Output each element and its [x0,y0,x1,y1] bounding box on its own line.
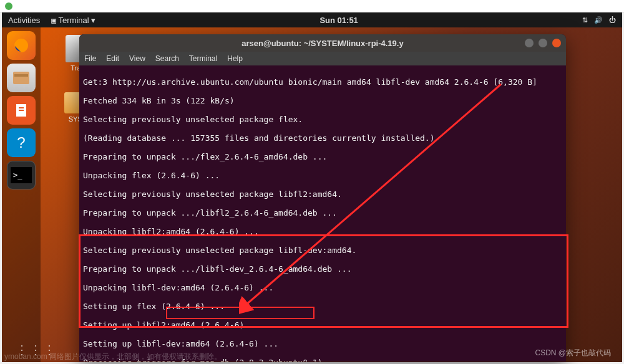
output-line: (Reading database ... 157355 files and d… [83,133,562,143]
chevron-down-icon: ▾ [91,16,95,25]
footer-notice: ymoban.com 网络图片仅供显示，北部侧，如有侵权请联系删除。 [4,352,222,362]
terminal-title: arsen@ubuntu: ~/SYSTEM/linux-rpi-4.19.y [84,39,561,48]
help-icon[interactable]: ? [7,128,36,157]
reload-icon [5,2,12,10]
firefox-icon[interactable] [7,31,36,60]
close-icon[interactable] [552,39,561,47]
output-line: Unpacking flex (2.6.4-6) ... [83,171,562,180]
terminal-window: arsen@ubuntu: ~/SYSTEM/linux-rpi-4.19.y … [79,34,566,362]
output-line: Selecting previously unselected package … [83,115,562,124]
menu-edit[interactable]: Edit [106,54,119,63]
activities-button[interactable]: Activities [8,16,40,25]
output-line: Setting up libfl2:amd64 (2.6.4-6) ... [83,320,562,330]
output-line: Selecting previously unselected package … [83,189,562,199]
menu-view[interactable]: View [129,54,145,63]
host-browser-chrome [0,0,624,12]
software-icon[interactable] [7,96,36,125]
output-line: Preparing to unpack .../libfl2_2.6.4-6_a… [83,208,562,218]
minimize-icon[interactable] [525,39,534,47]
watermark: CSDN @索子也敲代码 [535,348,611,358]
output-line: Unpacking libfl2:amd64 (2.6.4-6) ... [83,227,562,236]
output-line: Selecting previously unselected package … [83,246,562,255]
ubuntu-dock: ? >_ [2,27,41,362]
clock[interactable]: Sun 01:51 [95,16,582,25]
maximize-icon[interactable] [539,39,547,47]
output-line: Preparing to unpack .../libfl-dev_2.6.4-… [83,264,562,274]
output-line: Preparing to unpack .../flex_2.6.4-6_amd… [83,152,562,161]
output-line: Setting up libfl-dev:amd64 (2.6.4-6) ... [83,339,562,348]
menu-terminal[interactable]: Terminal [189,54,217,63]
menu-search[interactable]: Search [155,54,179,63]
terminal-glyph: >_ [11,167,32,183]
menu-file[interactable]: File [84,54,96,63]
output-line: Unpacking libfl-dev:amd64 (2.6.4-6) ... [83,283,562,292]
terminal-menubar: File Edit View Search Terminal Help [79,52,566,65]
files-icon[interactable] [7,64,36,92]
ubuntu-desktop: Activities ▣ Terminal ▾ Sun 01:51 ⇅ 🔊 ⏻ … [2,12,622,362]
output-line: Get:3 http://us.archive.ubuntu.com/ubunt… [83,77,562,87]
terminal-app-indicator[interactable]: ▣ Terminal ▾ [51,16,95,25]
output-line: Setting up flex (2.6.4-6) ... [83,302,562,311]
svg-rect-2 [14,74,28,77]
terminal-icon: ▣ [51,16,56,25]
terminal-app-label: Terminal [59,16,89,25]
menu-help[interactable]: Help [227,54,243,63]
terminal-output[interactable]: Get:3 http://us.archive.ubuntu.com/ubunt… [79,65,566,362]
output-line: Fetched 334 kB in 3s (122 kB/s) [83,96,562,105]
network-icon[interactable]: ⇅ [582,16,588,24]
gnome-topbar: Activities ▣ Terminal ▾ Sun 01:51 ⇅ 🔊 ⏻ [2,12,622,27]
svg-rect-1 [13,72,29,84]
terminal-launcher-icon[interactable]: >_ [7,161,36,189]
sound-icon[interactable]: 🔊 [594,16,603,24]
power-icon[interactable]: ⏻ [609,16,616,24]
terminal-titlebar[interactable]: arsen@ubuntu: ~/SYSTEM/linux-rpi-4.19.y [79,34,566,52]
